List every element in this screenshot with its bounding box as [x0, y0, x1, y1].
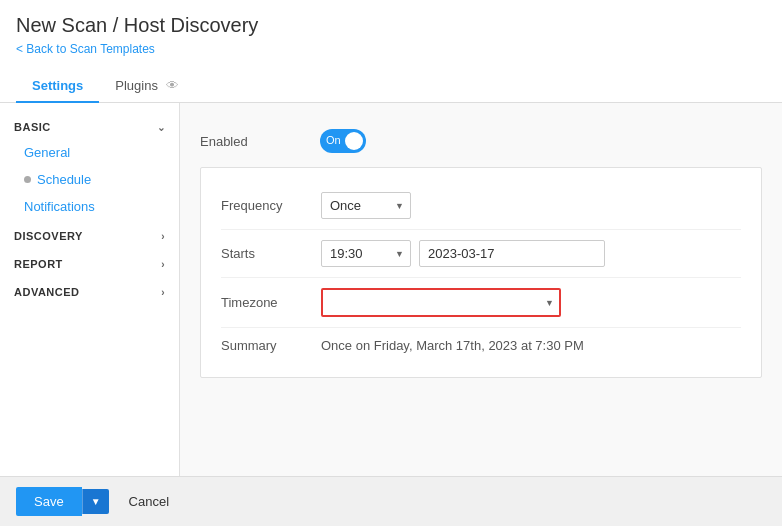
tab-plugins[interactable]: Plugins 👁	[99, 70, 194, 103]
content-area: Enabled On Frequency Once	[180, 103, 782, 476]
sidebar-section-report: REPORT ›	[0, 252, 179, 276]
sidebar-item-notifications[interactable]: Notifications	[0, 193, 179, 220]
starts-label: Starts	[221, 246, 321, 261]
cancel-button[interactable]: Cancel	[117, 487, 181, 516]
sidebar-section-advanced-header[interactable]: ADVANCED ›	[0, 280, 179, 304]
frequency-select-wrapper: Once Daily Weekly Monthly	[321, 192, 411, 219]
sidebar-item-schedule[interactable]: Schedule	[0, 166, 179, 193]
back-link[interactable]: < Back to Scan Templates	[16, 42, 155, 56]
sidebar-section-basic-header[interactable]: BASIC ⌄	[0, 115, 179, 139]
time-select-wrapper: 19:30 20:00	[321, 240, 411, 267]
sidebar-section-basic: BASIC ⌄ General Schedule Notifications	[0, 115, 179, 220]
chevron-right-icon2: ›	[161, 259, 165, 270]
save-button[interactable]: Save	[16, 487, 82, 516]
toggle-on-text: On	[326, 134, 341, 146]
sidebar-section-report-header[interactable]: REPORT ›	[0, 252, 179, 276]
main-content: BASIC ⌄ General Schedule Notifications D…	[0, 103, 782, 476]
enabled-label: Enabled	[200, 134, 320, 149]
enabled-row: Enabled On	[200, 119, 762, 163]
timezone-select-wrapper: UTC America/New_York America/Chicago Ame…	[321, 288, 561, 317]
toggle-knob	[345, 132, 363, 150]
sidebar: BASIC ⌄ General Schedule Notifications D…	[0, 103, 180, 476]
enabled-toggle[interactable]: On	[320, 129, 366, 153]
schedule-dot	[24, 176, 31, 183]
frequency-label: Frequency	[221, 198, 321, 213]
page-title: New Scan / Host Discovery	[16, 14, 766, 37]
summary-label: Summary	[221, 338, 321, 353]
summary-text: Once on Friday, March 17th, 2023 at 7:30…	[321, 338, 584, 353]
time-select[interactable]: 19:30 20:00	[321, 240, 411, 267]
tab-settings[interactable]: Settings	[16, 70, 99, 103]
summary-row: Summary Once on Friday, March 17th, 2023…	[221, 328, 741, 363]
sidebar-section-discovery-header[interactable]: DISCOVERY ›	[0, 224, 179, 248]
tabs-bar: Settings Plugins 👁	[0, 70, 782, 103]
toggle-container: On	[320, 129, 366, 153]
chevron-right-icon3: ›	[161, 287, 165, 298]
save-dropdown-button[interactable]: ▼	[82, 489, 109, 514]
sidebar-section-discovery: DISCOVERY ›	[0, 224, 179, 248]
page-header: New Scan / Host Discovery < Back to Scan…	[0, 0, 782, 62]
timezone-controls: UTC America/New_York America/Chicago Ame…	[321, 288, 561, 317]
sidebar-item-general[interactable]: General	[0, 139, 179, 166]
timezone-select[interactable]: UTC America/New_York America/Chicago Ame…	[321, 288, 561, 317]
date-input[interactable]	[419, 240, 605, 267]
schedule-panel: Frequency Once Daily Weekly Monthly	[200, 167, 762, 378]
timezone-row: Timezone UTC America/New_York America/Ch…	[221, 278, 741, 328]
chevron-right-icon: ›	[161, 231, 165, 242]
frequency-select[interactable]: Once Daily Weekly Monthly	[321, 192, 411, 219]
frequency-row: Frequency Once Daily Weekly Monthly	[221, 182, 741, 230]
starts-controls: 19:30 20:00	[321, 240, 605, 267]
save-button-group: Save ▼	[16, 487, 109, 516]
sidebar-section-advanced: ADVANCED ›	[0, 280, 179, 304]
page-footer: Save ▼ Cancel	[0, 476, 782, 526]
timezone-label: Timezone	[221, 295, 321, 310]
starts-row: Starts 19:30 20:00	[221, 230, 741, 278]
chevron-down-icon: ⌄	[157, 122, 166, 133]
frequency-controls: Once Daily Weekly Monthly	[321, 192, 411, 219]
eye-icon: 👁	[166, 78, 179, 93]
